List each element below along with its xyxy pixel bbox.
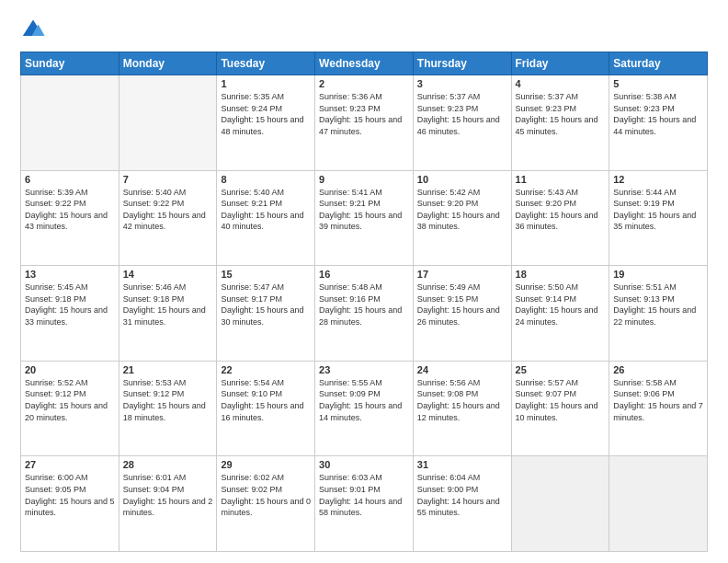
day-info: Sunrise: 5:49 AMSunset: 9:15 PMDaylight:… bbox=[417, 282, 507, 327]
day-info: Sunrise: 5:52 AMSunset: 9:12 PMDaylight:… bbox=[25, 377, 115, 423]
calendar-table: SundayMondayTuesdayWednesdayThursdayFrid… bbox=[20, 52, 708, 552]
calendar-week-4: 20Sunrise: 5:52 AMSunset: 9:12 PMDayligh… bbox=[21, 361, 708, 456]
day-info: Sunrise: 6:03 AMSunset: 9:01 PMDaylight:… bbox=[319, 472, 409, 518]
day-number: 20 bbox=[25, 364, 115, 375]
day-number: 19 bbox=[613, 269, 703, 280]
header bbox=[20, 17, 708, 42]
calendar-cell bbox=[511, 456, 609, 552]
calendar-week-2: 6Sunrise: 5:39 AMSunset: 9:22 PMDaylight… bbox=[21, 170, 708, 266]
calendar-cell: 13Sunrise: 5:45 AMSunset: 9:18 PMDayligh… bbox=[21, 266, 119, 362]
day-number: 3 bbox=[417, 78, 507, 89]
day-number: 17 bbox=[417, 269, 507, 280]
day-number: 30 bbox=[319, 459, 409, 470]
day-info: Sunrise: 5:54 AMSunset: 9:10 PMDaylight:… bbox=[221, 377, 311, 423]
calendar-header-sunday: Sunday bbox=[21, 52, 119, 75]
calendar-cell: 16Sunrise: 5:48 AMSunset: 9:16 PMDayligh… bbox=[315, 266, 414, 362]
calendar-cell: 27Sunrise: 6:00 AMSunset: 9:05 PMDayligh… bbox=[21, 456, 119, 552]
calendar-cell: 14Sunrise: 5:46 AMSunset: 9:18 PMDayligh… bbox=[119, 266, 217, 362]
calendar-header-monday: Monday bbox=[119, 52, 217, 75]
day-info: Sunrise: 5:48 AMSunset: 9:16 PMDaylight:… bbox=[319, 282, 409, 327]
calendar-cell: 31Sunrise: 6:04 AMSunset: 9:00 PMDayligh… bbox=[413, 456, 511, 552]
day-info: Sunrise: 5:56 AMSunset: 9:08 PMDaylight:… bbox=[417, 377, 507, 423]
calendar-cell bbox=[21, 75, 119, 171]
calendar-cell: 29Sunrise: 6:02 AMSunset: 9:02 PMDayligh… bbox=[217, 456, 315, 552]
calendar-cell bbox=[119, 75, 217, 171]
day-number: 2 bbox=[319, 78, 409, 89]
day-info: Sunrise: 5:57 AMSunset: 9:07 PMDaylight:… bbox=[516, 377, 606, 423]
logo bbox=[20, 17, 50, 42]
calendar-cell: 8Sunrise: 5:40 AMSunset: 9:21 PMDaylight… bbox=[217, 170, 315, 266]
day-number: 9 bbox=[319, 174, 409, 185]
day-info: Sunrise: 5:40 AMSunset: 9:22 PMDaylight:… bbox=[123, 187, 213, 233]
day-number: 21 bbox=[123, 364, 213, 375]
calendar-cell: 17Sunrise: 5:49 AMSunset: 9:15 PMDayligh… bbox=[413, 266, 511, 362]
calendar-cell: 3Sunrise: 5:37 AMSunset: 9:23 PMDaylight… bbox=[413, 75, 511, 171]
day-number: 7 bbox=[123, 174, 213, 185]
day-info: Sunrise: 5:51 AMSunset: 9:13 PMDaylight:… bbox=[613, 282, 703, 327]
day-info: Sunrise: 5:42 AMSunset: 9:20 PMDaylight:… bbox=[417, 187, 507, 233]
calendar-header-row: SundayMondayTuesdayWednesdayThursdayFrid… bbox=[21, 52, 708, 75]
day-number: 26 bbox=[613, 364, 703, 375]
day-number: 31 bbox=[417, 459, 507, 470]
day-info: Sunrise: 5:53 AMSunset: 9:12 PMDaylight:… bbox=[123, 377, 213, 423]
calendar-cell: 5Sunrise: 5:38 AMSunset: 9:23 PMDaylight… bbox=[609, 75, 708, 171]
day-info: Sunrise: 5:46 AMSunset: 9:18 PMDaylight:… bbox=[123, 282, 213, 327]
day-number: 11 bbox=[516, 174, 606, 185]
day-number: 4 bbox=[516, 78, 606, 89]
day-number: 23 bbox=[319, 364, 409, 375]
calendar-header-saturday: Saturday bbox=[609, 52, 708, 75]
day-info: Sunrise: 5:55 AMSunset: 9:09 PMDaylight:… bbox=[319, 377, 409, 423]
calendar-week-1: 1Sunrise: 5:35 AMSunset: 9:24 PMDaylight… bbox=[21, 75, 708, 171]
calendar-cell: 30Sunrise: 6:03 AMSunset: 9:01 PMDayligh… bbox=[315, 456, 414, 552]
calendar-week-3: 13Sunrise: 5:45 AMSunset: 9:18 PMDayligh… bbox=[21, 266, 708, 362]
day-info: Sunrise: 5:47 AMSunset: 9:17 PMDaylight:… bbox=[221, 282, 311, 327]
day-info: Sunrise: 5:50 AMSunset: 9:14 PMDaylight:… bbox=[516, 282, 606, 327]
day-info: Sunrise: 5:41 AMSunset: 9:21 PMDaylight:… bbox=[319, 187, 409, 233]
day-number: 15 bbox=[221, 269, 311, 280]
calendar-cell: 26Sunrise: 5:58 AMSunset: 9:06 PMDayligh… bbox=[609, 361, 708, 456]
page: SundayMondayTuesdayWednesdayThursdayFrid… bbox=[0, 0, 728, 563]
day-number: 18 bbox=[516, 269, 606, 280]
calendar-cell: 12Sunrise: 5:44 AMSunset: 9:19 PMDayligh… bbox=[609, 170, 708, 266]
calendar-cell: 19Sunrise: 5:51 AMSunset: 9:13 PMDayligh… bbox=[609, 266, 708, 362]
day-number: 5 bbox=[613, 78, 703, 89]
calendar-cell: 2Sunrise: 5:36 AMSunset: 9:23 PMDaylight… bbox=[315, 75, 414, 171]
logo-icon bbox=[20, 17, 46, 42]
calendar-cell: 22Sunrise: 5:54 AMSunset: 9:10 PMDayligh… bbox=[217, 361, 315, 456]
day-info: Sunrise: 6:01 AMSunset: 9:04 PMDaylight:… bbox=[123, 472, 213, 518]
day-info: Sunrise: 5:44 AMSunset: 9:19 PMDaylight:… bbox=[613, 187, 703, 233]
calendar-cell: 28Sunrise: 6:01 AMSunset: 9:04 PMDayligh… bbox=[119, 456, 217, 552]
day-info: Sunrise: 5:35 AMSunset: 9:24 PMDaylight:… bbox=[221, 91, 311, 137]
calendar-cell: 1Sunrise: 5:35 AMSunset: 9:24 PMDaylight… bbox=[217, 75, 315, 171]
day-number: 12 bbox=[613, 174, 703, 185]
calendar-cell: 21Sunrise: 5:53 AMSunset: 9:12 PMDayligh… bbox=[119, 361, 217, 456]
day-number: 6 bbox=[25, 174, 115, 185]
day-number: 24 bbox=[417, 364, 507, 375]
calendar-cell: 6Sunrise: 5:39 AMSunset: 9:22 PMDaylight… bbox=[21, 170, 119, 266]
day-number: 27 bbox=[25, 459, 115, 470]
day-info: Sunrise: 5:36 AMSunset: 9:23 PMDaylight:… bbox=[319, 91, 409, 137]
calendar-cell: 23Sunrise: 5:55 AMSunset: 9:09 PMDayligh… bbox=[315, 361, 414, 456]
day-info: Sunrise: 5:43 AMSunset: 9:20 PMDaylight:… bbox=[516, 187, 606, 233]
day-info: Sunrise: 5:58 AMSunset: 9:06 PMDaylight:… bbox=[613, 377, 703, 423]
calendar-header-wednesday: Wednesday bbox=[315, 52, 414, 75]
calendar-cell: 18Sunrise: 5:50 AMSunset: 9:14 PMDayligh… bbox=[511, 266, 609, 362]
day-number: 10 bbox=[417, 174, 507, 185]
day-info: Sunrise: 5:45 AMSunset: 9:18 PMDaylight:… bbox=[25, 282, 115, 327]
day-number: 22 bbox=[221, 364, 311, 375]
calendar-cell: 4Sunrise: 5:37 AMSunset: 9:23 PMDaylight… bbox=[511, 75, 609, 171]
calendar-cell: 25Sunrise: 5:57 AMSunset: 9:07 PMDayligh… bbox=[511, 361, 609, 456]
calendar-header-tuesday: Tuesday bbox=[217, 52, 315, 75]
day-number: 16 bbox=[319, 269, 409, 280]
calendar-cell: 7Sunrise: 5:40 AMSunset: 9:22 PMDaylight… bbox=[119, 170, 217, 266]
day-number: 28 bbox=[123, 459, 213, 470]
day-number: 8 bbox=[221, 174, 311, 185]
calendar-week-5: 27Sunrise: 6:00 AMSunset: 9:05 PMDayligh… bbox=[21, 456, 708, 552]
day-info: Sunrise: 6:00 AMSunset: 9:05 PMDaylight:… bbox=[25, 472, 115, 518]
day-number: 29 bbox=[221, 459, 311, 470]
calendar-header-friday: Friday bbox=[511, 52, 609, 75]
day-info: Sunrise: 5:37 AMSunset: 9:23 PMDaylight:… bbox=[417, 91, 507, 137]
day-info: Sunrise: 5:37 AMSunset: 9:23 PMDaylight:… bbox=[516, 91, 606, 137]
day-number: 14 bbox=[123, 269, 213, 280]
day-number: 25 bbox=[516, 364, 606, 375]
